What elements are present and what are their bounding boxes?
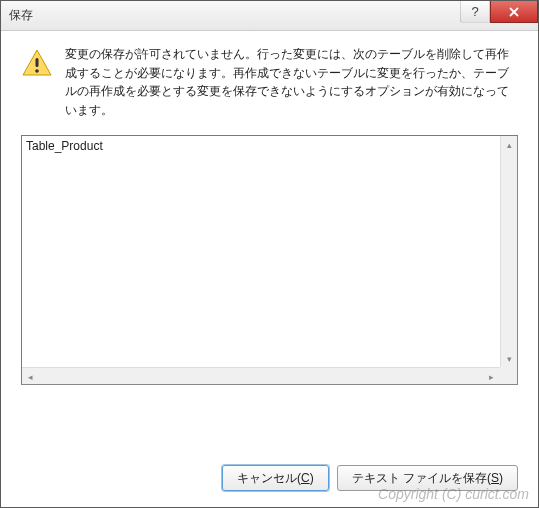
scroll-down-icon[interactable]: ▾ bbox=[501, 350, 518, 367]
scroll-up-icon[interactable]: ▴ bbox=[501, 136, 518, 153]
close-icon bbox=[508, 6, 520, 18]
titlebar: 保存 ? bbox=[1, 1, 538, 31]
warning-icon bbox=[21, 47, 53, 79]
message-row: 変更の保存が許可されていません。行った変更には、次のテーブルを削除して再作成する… bbox=[21, 45, 518, 119]
scroll-right-icon[interactable]: ▸ bbox=[483, 368, 500, 385]
save-text-button[interactable]: テキスト ファイルを保存(S) bbox=[337, 465, 518, 491]
cancel-button[interactable]: キャンセル(C) bbox=[222, 465, 329, 491]
listbox-content: Table_Product bbox=[22, 136, 517, 384]
vertical-scrollbar[interactable]: ▴ ▾ bbox=[500, 136, 517, 367]
horizontal-scrollbar[interactable]: ◂ ▸ bbox=[22, 367, 500, 384]
scroll-left-icon[interactable]: ◂ bbox=[22, 368, 39, 385]
titlebar-buttons: ? bbox=[460, 1, 538, 23]
close-button[interactable] bbox=[490, 1, 538, 23]
button-row: キャンセル(C) テキスト ファイルを保存(S) bbox=[21, 451, 518, 491]
dialog-content: 変更の保存が許可されていません。行った変更には、次のテーブルを削除して再作成する… bbox=[1, 31, 538, 507]
help-button[interactable]: ? bbox=[460, 1, 490, 23]
svg-rect-0 bbox=[36, 58, 39, 67]
list-item[interactable]: Table_Product bbox=[26, 138, 513, 154]
svg-point-1 bbox=[35, 69, 39, 73]
scroll-corner bbox=[500, 367, 517, 384]
table-listbox[interactable]: Table_Product ▴ ▾ ◂ ▸ bbox=[21, 135, 518, 385]
message-text: 変更の保存が許可されていません。行った変更には、次のテーブルを削除して再作成する… bbox=[65, 45, 518, 119]
save-dialog: 保存 ? 変更の保存が許可されていません。行った変更には、次のテーブルを削除して… bbox=[0, 0, 539, 508]
dialog-title: 保存 bbox=[9, 7, 33, 24]
